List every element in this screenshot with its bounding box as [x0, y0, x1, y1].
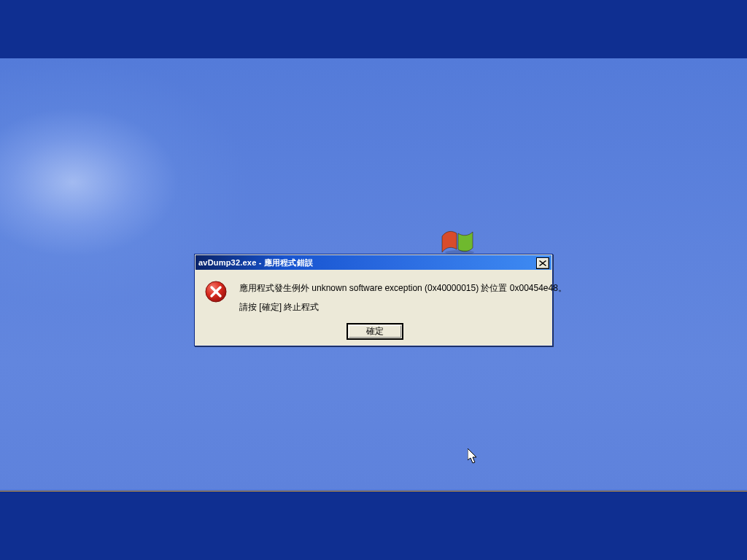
- desktop-background: avDump32.exe - 應用程式錯誤: [0, 0, 747, 560]
- top-navy-band: [0, 0, 747, 58]
- dialog-title: avDump32.exe - 應用程式錯誤: [198, 257, 313, 268]
- close-button[interactable]: [536, 257, 549, 269]
- bottom-navy-band: [0, 491, 747, 560]
- dialog-body: 應用程式發生例外 unknown software exception (0x4…: [196, 270, 551, 345]
- error-icon: [204, 280, 228, 303]
- ok-button[interactable]: 確定: [347, 324, 403, 339]
- close-icon: [539, 260, 546, 266]
- error-message-line2: 請按 [確定] 終止程式: [239, 302, 319, 312]
- error-message-line1: 應用程式發生例外 unknown software exception (0x4…: [239, 283, 543, 293]
- dialog-frame: avDump32.exe - 應用程式錯誤: [194, 254, 553, 346]
- ok-button-label: 確定: [366, 325, 384, 338]
- error-dialog: avDump32.exe - 應用程式錯誤: [194, 254, 553, 346]
- dialog-titlebar[interactable]: avDump32.exe - 應用程式錯誤: [196, 255, 551, 270]
